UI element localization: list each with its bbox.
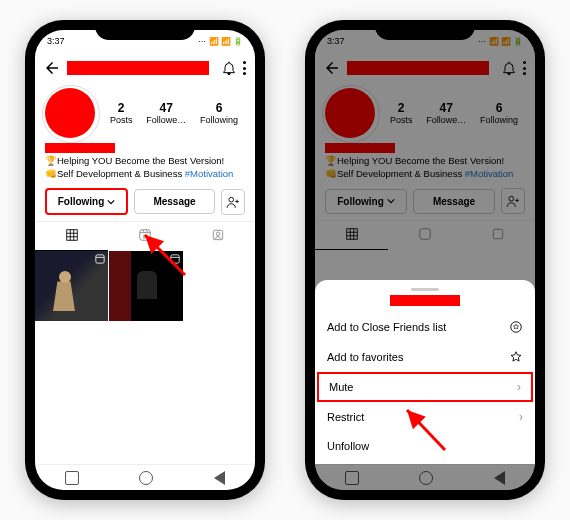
screen-left: 3:37 ⋯ 📶 📶 🔋 2 Posts 47 Followe… bbox=[35, 30, 255, 490]
action-buttons: Following Message bbox=[35, 186, 255, 221]
reel-badge-icon bbox=[95, 254, 105, 264]
svg-point-12 bbox=[511, 322, 522, 333]
bio-line2-emoji: 👊 bbox=[45, 168, 57, 179]
add-user-icon bbox=[226, 196, 240, 208]
stats-row: 2 Posts 47 Followe… 6 Following bbox=[103, 101, 245, 125]
stat-followers[interactable]: 47 Followe… bbox=[146, 101, 186, 125]
sheet-handle[interactable] bbox=[411, 288, 439, 291]
phone-right: 3:37 ⋯ 📶 📶 🔋 2 Posts 47 Followe… bbox=[305, 20, 545, 500]
grid-icon bbox=[65, 228, 79, 242]
following-button[interactable]: Following bbox=[45, 188, 128, 215]
chevron-right-icon: › bbox=[519, 410, 523, 424]
back-icon[interactable] bbox=[43, 59, 61, 77]
close-friends-icon bbox=[509, 320, 523, 334]
nav-home-button[interactable] bbox=[139, 471, 153, 485]
tab-tagged[interactable] bbox=[182, 222, 255, 251]
notch bbox=[375, 20, 475, 40]
notifications-icon[interactable] bbox=[221, 60, 237, 76]
sheet-item-restrict[interactable]: Restrict › bbox=[315, 402, 535, 432]
profile-header: 2 Posts 47 Followe… 6 Following bbox=[35, 84, 255, 138]
more-options-icon[interactable] bbox=[243, 61, 247, 75]
bio-line1: Helping YOU Become the Best Version! bbox=[57, 155, 224, 166]
svg-rect-6 bbox=[170, 255, 178, 263]
svg-point-4 bbox=[217, 233, 221, 237]
message-button[interactable]: Message bbox=[134, 189, 215, 214]
svg-rect-1 bbox=[66, 230, 77, 241]
svg-point-0 bbox=[229, 197, 234, 202]
system-nav-bar bbox=[35, 464, 255, 490]
reel-badge-icon bbox=[170, 254, 180, 264]
notch bbox=[95, 20, 195, 40]
tagged-icon bbox=[211, 228, 225, 242]
posts-grid bbox=[35, 251, 255, 321]
sheet-username bbox=[390, 295, 460, 306]
tab-posts[interactable] bbox=[35, 222, 108, 251]
nav-back-button[interactable] bbox=[214, 471, 225, 485]
screen-right: 3:37 ⋯ 📶 📶 🔋 2 Posts 47 Followe… bbox=[315, 30, 535, 490]
bio: 🏆Helping YOU Become the Best Version! 👊S… bbox=[35, 138, 255, 186]
sheet-item-unfollow[interactable]: Unfollow bbox=[315, 432, 535, 460]
content-tabs bbox=[35, 221, 255, 251]
tab-reels[interactable] bbox=[108, 222, 181, 251]
star-icon bbox=[509, 350, 523, 364]
nav-recent-button[interactable] bbox=[65, 471, 79, 485]
svg-rect-2 bbox=[140, 230, 151, 241]
suggested-users-button[interactable] bbox=[221, 189, 245, 215]
bio-hashtag[interactable]: #Motivation bbox=[185, 168, 234, 179]
chevron-down-icon bbox=[107, 198, 115, 206]
stat-posts[interactable]: 2 Posts bbox=[110, 101, 133, 125]
status-right: ⋯ 📶 📶 🔋 bbox=[198, 37, 243, 46]
bio-line1-emoji: 🏆 bbox=[45, 155, 57, 166]
chevron-right-icon: › bbox=[517, 380, 521, 394]
profile-username bbox=[67, 61, 209, 75]
sheet-item-close-friends[interactable]: Add to Close Friends list bbox=[315, 312, 535, 342]
top-bar bbox=[35, 52, 255, 84]
post-thumbnail[interactable] bbox=[35, 251, 108, 321]
reels-icon bbox=[138, 228, 152, 242]
sheet-item-favorites[interactable]: Add to favorites bbox=[315, 342, 535, 372]
following-bottom-sheet: Add to Close Friends list Add to favorit… bbox=[315, 280, 535, 464]
avatar[interactable] bbox=[45, 88, 95, 138]
phone-left: 3:37 ⋯ 📶 📶 🔋 2 Posts 47 Followe… bbox=[25, 20, 265, 500]
stat-following[interactable]: 6 Following bbox=[200, 101, 238, 125]
bio-line2: Self Development & Business bbox=[57, 168, 185, 179]
bio-name bbox=[45, 143, 115, 153]
status-time: 3:37 bbox=[47, 36, 65, 46]
post-thumbnail[interactable] bbox=[109, 251, 182, 321]
sheet-item-mute[interactable]: Mute › bbox=[317, 372, 533, 402]
svg-rect-5 bbox=[96, 255, 104, 263]
